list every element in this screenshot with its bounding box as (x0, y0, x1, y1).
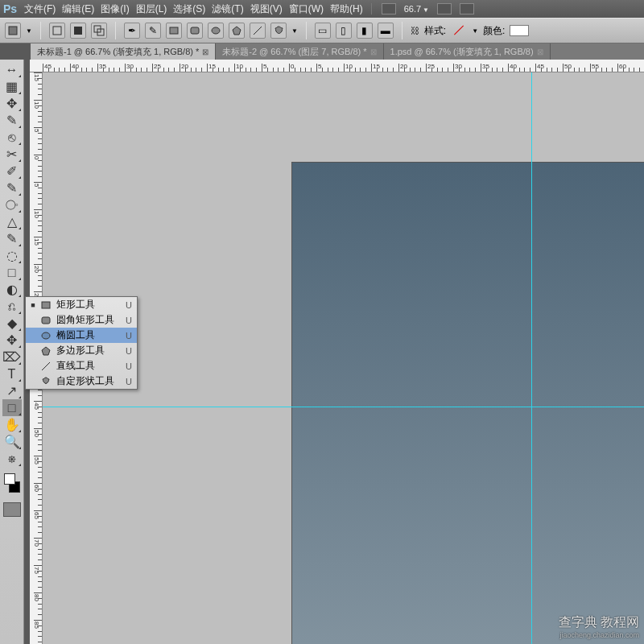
flyout-item-custom[interactable]: 自定形状工具U (26, 374, 137, 389)
document-tab-1[interactable]: 未标题-2 @ 66.7% (图层 7, RGB/8) *⊠ (216, 43, 383, 60)
align-icon[interactable]: ▮ (357, 23, 373, 39)
document-canvas[interactable] (292, 163, 644, 644)
zoom-readout[interactable]: 66.7▼ (404, 4, 429, 14)
custom-icon (40, 377, 52, 386)
flyout-indicator-icon (19, 126, 21, 128)
color-swatch[interactable] (510, 25, 529, 36)
flyout-indicator-icon (19, 312, 21, 314)
options-bar: ▼ ✒ ✎ ▼ ▭ ▯ ▮ ▬ ⛓ 样式: ▼ 颜色: (0, 18, 644, 43)
menu-5[interactable]: 滤镜(T) (208, 2, 246, 16)
menu-7[interactable]: 窗口(W) (286, 2, 327, 16)
roundrect-icon (40, 316, 52, 325)
tool-16[interactable]: ✥ (2, 332, 22, 349)
tool-9[interactable]: △ (2, 213, 22, 230)
pen-icon[interactable]: ✒ (124, 23, 140, 39)
flyout-indicator-icon (19, 464, 21, 466)
tool-0[interactable]: ↔ (2, 61, 22, 78)
menu-4[interactable]: 选择(S) (170, 2, 208, 16)
menu-8[interactable]: 帮助(H) (327, 2, 366, 16)
align-icon[interactable]: ▭ (315, 23, 331, 39)
tool-23[interactable]: ⎈ (2, 450, 22, 467)
freeform-pen-icon[interactable]: ✎ (145, 23, 161, 39)
tool-18[interactable]: T (2, 365, 22, 382)
screen-mode-icon[interactable] (382, 3, 396, 14)
tool-6[interactable]: ✐ (2, 163, 22, 180)
ellipse-icon[interactable] (208, 23, 224, 39)
menu-1[interactable]: 编辑(E) (59, 2, 97, 16)
align-icon[interactable]: ▯ (336, 23, 352, 39)
tool-1[interactable]: ▦ (2, 78, 22, 95)
document-tabs: 未标题-1 @ 66.7% (渐变填充 1, RGB/8) *⊠未标题-2 @ … (0, 43, 644, 60)
document-tab-0[interactable]: 未标题-1 @ 66.7% (渐变填充 1, RGB/8) *⊠ (31, 43, 216, 60)
close-icon[interactable]: ⊠ (202, 47, 208, 56)
fill-pixels-mode-icon[interactable] (70, 23, 86, 39)
shape-layers-icon[interactable] (5, 23, 21, 39)
close-icon[interactable]: ⊠ (537, 47, 543, 56)
menubar-right-controls: 66.7▼ (382, 3, 474, 14)
quick-mask-icon[interactable] (3, 502, 21, 517)
tool-10[interactable]: ✎ (2, 230, 22, 247)
rounded-rect-icon[interactable] (187, 23, 203, 39)
no-style-icon[interactable] (451, 24, 467, 37)
tool-5[interactable]: ✂ (2, 146, 22, 163)
tool-11[interactable]: ◌ (2, 247, 22, 264)
color-swatches[interactable] (2, 472, 22, 494)
tool-7[interactable]: ✎ (2, 180, 22, 196)
path-ops-icon[interactable] (91, 23, 107, 39)
guide-horizontal[interactable] (43, 407, 644, 407)
menu-bar: Ps 文件(F)编辑(E)图像(I)图层(L)选择(S)滤镜(T)视图(V)窗口… (0, 0, 644, 18)
paths-mode-icon[interactable] (49, 23, 65, 39)
foreground-swatch[interactable] (4, 473, 15, 485)
flyout-item-ellipse[interactable]: 椭圆工具U (26, 328, 137, 343)
color-label: 颜色: (483, 24, 505, 38)
guide-vertical[interactable] (531, 72, 532, 644)
flyout-item-polygon[interactable]: 多边形工具U (26, 343, 137, 358)
horizontal-ruler[interactable]: 4540353025201510505101520253035404550556… (30, 60, 644, 72)
tool-15[interactable]: ◆ (2, 315, 22, 332)
flyout-indicator-icon (19, 362, 21, 365)
tool-20[interactable]: □ (2, 399, 22, 416)
flyout-item-line[interactable]: 直线工具U (26, 358, 137, 374)
flyout-item-roundrect[interactable]: 圆角矩形工具U (26, 312, 137, 328)
tool-13[interactable]: ◐ (2, 281, 22, 298)
arrange-docs-icon[interactable] (460, 3, 474, 14)
flyout-indicator-icon (19, 396, 21, 398)
line-shape-icon[interactable] (250, 23, 266, 39)
shortcut-label: U (126, 377, 132, 386)
ellipse-icon (40, 331, 52, 341)
svg-rect-1 (53, 27, 61, 35)
rectangle-icon[interactable] (166, 23, 182, 39)
line-icon (40, 361, 52, 371)
tool-21[interactable]: ✋ (2, 416, 22, 433)
svg-rect-0 (9, 27, 17, 35)
tool-19[interactable]: ↗ (2, 382, 22, 399)
svg-rect-10 (42, 302, 50, 308)
menu-2[interactable]: 图像(I) (97, 2, 132, 16)
chevron-down-icon[interactable]: ▼ (291, 27, 298, 35)
svg-point-12 (42, 332, 50, 339)
flyout-item-rect[interactable]: ■矩形工具U (26, 297, 137, 312)
tool-12[interactable]: □ (2, 264, 22, 281)
chevron-down-icon[interactable]: ▼ (26, 27, 32, 35)
separator (306, 22, 307, 39)
flyout-indicator-icon (19, 295, 21, 297)
tool-3[interactable]: ✎ (2, 112, 22, 129)
tool-14[interactable]: ⎌ (2, 298, 22, 315)
menu-0[interactable]: 文件(F) (21, 2, 59, 16)
tool-17[interactable]: ⌦ (2, 349, 22, 365)
tool-8[interactable]: ⧂ (2, 196, 22, 213)
document-tab-2[interactable]: 1.psd @ 66.7% (渐变填充 1, RGB/8)⊠ (384, 43, 551, 60)
polygon-icon[interactable] (229, 23, 245, 39)
menu-6[interactable]: 视图(V) (247, 2, 286, 16)
menu-3[interactable]: 图层(L) (133, 2, 171, 16)
chevron-down-icon[interactable]: ▼ (472, 27, 478, 35)
tool-2[interactable]: ✥ (2, 95, 22, 112)
tab-label: 1.psd @ 66.7% (渐变填充 1, RGB/8) (390, 46, 534, 58)
tool-4[interactable]: ⎋ (2, 129, 22, 146)
custom-shape-icon[interactable] (270, 23, 287, 39)
view-extras-icon[interactable] (437, 3, 452, 14)
link-icon[interactable]: ⛓ (411, 26, 419, 35)
tool-22[interactable]: 🔍 (2, 433, 22, 450)
close-icon[interactable]: ⊠ (370, 47, 377, 56)
align-icon[interactable]: ▬ (378, 23, 394, 39)
